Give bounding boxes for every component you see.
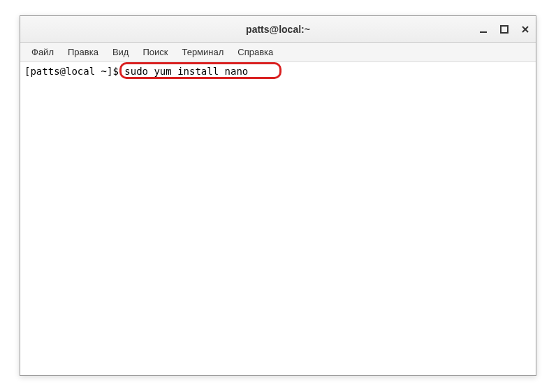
menubar: Файл Правка Вид Поиск Терминал Справка xyxy=(20,43,536,62)
menu-help[interactable]: Справка xyxy=(231,44,280,60)
command-text: sudo yum install nano xyxy=(124,65,248,78)
window-controls xyxy=(478,16,530,43)
svg-rect-1 xyxy=(501,26,508,33)
window-title: patts@local:~ xyxy=(246,24,310,35)
prompt: [patts@local ~]$ xyxy=(24,65,124,78)
terminal-window: patts@local:~ Файл Правка Вид Поиск Терм… xyxy=(20,15,536,376)
maximize-button[interactable] xyxy=(499,24,509,34)
menu-file[interactable]: Файл xyxy=(24,44,61,60)
menu-view[interactable]: Вид xyxy=(105,44,136,60)
close-button[interactable] xyxy=(520,24,530,34)
terminal-body[interactable]: [patts@local ~]$ sudo yum install nano xyxy=(20,62,536,375)
menu-terminal[interactable]: Терминал xyxy=(175,44,231,60)
menu-search[interactable]: Поиск xyxy=(136,44,175,60)
menu-edit[interactable]: Правка xyxy=(61,44,105,60)
terminal-line: [patts@local ~]$ sudo yum install nano xyxy=(24,65,532,78)
svg-rect-0 xyxy=(480,31,487,33)
titlebar: patts@local:~ xyxy=(20,16,536,43)
minimize-button[interactable] xyxy=(478,24,488,34)
